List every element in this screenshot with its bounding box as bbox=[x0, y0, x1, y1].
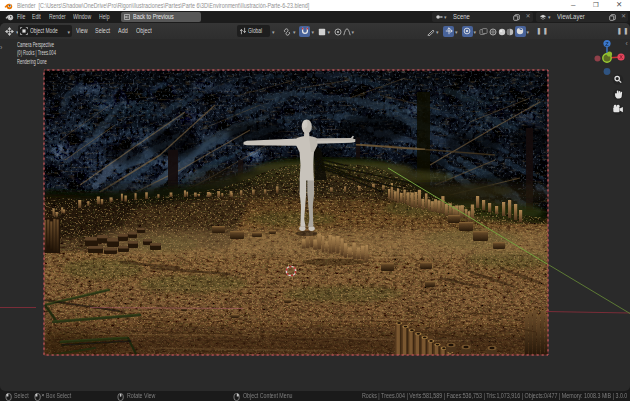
svg-text:X: X bbox=[619, 54, 623, 60]
